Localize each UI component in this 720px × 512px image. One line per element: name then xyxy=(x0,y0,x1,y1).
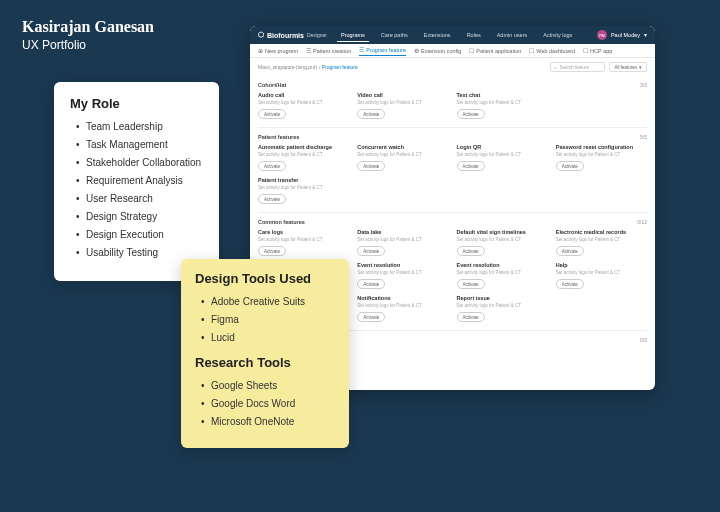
search-input[interactable]: ⌕ Search feature xyxy=(550,62,605,72)
feature-desc: Set activity logs for Patient & CT xyxy=(457,152,548,157)
activate-button[interactable]: Activate xyxy=(556,161,584,171)
user-menu[interactable]: PM Paul Modey ▾ xyxy=(597,30,647,40)
activate-button[interactable]: Activate xyxy=(258,246,286,256)
feature-card: Event resolutionSet activity logs for Pa… xyxy=(457,262,548,289)
subtab-extension-config[interactable]: ⚙Extension config xyxy=(414,46,461,56)
breadcrumb: Mass_singapore (sing,pur) › Program feat… xyxy=(258,64,358,70)
subtab-web-dashboard[interactable]: ☐Web dashboard xyxy=(529,46,575,56)
activate-button[interactable]: Activate xyxy=(357,312,385,322)
section-count: 0/2 xyxy=(640,337,647,343)
search-icon: ⌕ xyxy=(554,65,557,70)
author-name: Kasirajan Ganesan xyxy=(22,18,154,36)
nav-programs[interactable]: Programs xyxy=(337,29,369,42)
feature-card: Audio callSet activity logs for Patient … xyxy=(258,92,349,119)
feature-card: Password reset configurationSet activity… xyxy=(556,144,647,171)
activate-button[interactable]: Activate xyxy=(556,246,584,256)
activate-button[interactable]: Activate xyxy=(556,279,584,289)
portfolio-header: Kasirajan Ganesan UX Portfolio xyxy=(22,18,154,52)
research-tools-list: Google SheetsGoogle Docs WordMicrosoft O… xyxy=(195,380,335,427)
feature-desc: Set activity logs for Patient & CT xyxy=(258,237,349,242)
feature-title: Default vital sign timelines xyxy=(457,229,548,235)
feature-desc: Set activity logs for Patient & CT xyxy=(357,237,448,242)
feature-desc: Set activity logs for Patient & CT xyxy=(258,100,349,105)
feature-card: Default vital sign timelinesSet activity… xyxy=(457,229,548,256)
subtab-icon: ☰ xyxy=(306,48,311,54)
feature-title: Patient transfer xyxy=(258,177,349,183)
feature-card: NotificationsSet activity logs for Patie… xyxy=(357,295,448,322)
my-role-card: My Role Team LeadershipTask ManagementSt… xyxy=(54,82,219,281)
my-role-list: Team LeadershipTask ManagementStakeholde… xyxy=(70,121,203,258)
feature-card: Report issueSet activity logs for Patien… xyxy=(457,295,548,322)
list-item: Google Docs Word xyxy=(201,398,335,409)
section-title: Patient features xyxy=(258,134,299,140)
list-item: Stakeholder Collaboration xyxy=(76,157,203,168)
subtab-program-feature[interactable]: ☰Program feature xyxy=(359,45,406,56)
activate-button[interactable]: Activate xyxy=(357,279,385,289)
activate-button[interactable]: Activate xyxy=(457,279,485,289)
subtab-patient-application[interactable]: ☐Patient application xyxy=(469,46,521,56)
my-role-title: My Role xyxy=(70,96,203,111)
chevron-down-icon: ▾ xyxy=(639,65,642,70)
subtab-icon: ☰ xyxy=(359,47,364,53)
list-item: Figma xyxy=(201,314,335,325)
feature-desc: Set activity logs for Patient & CT xyxy=(457,237,548,242)
section-divider xyxy=(258,127,647,128)
list-item: Google Sheets xyxy=(201,380,335,391)
activate-button[interactable]: Activate xyxy=(357,161,385,171)
feature-desc: Set activity logs for Patient & CT xyxy=(258,185,349,190)
research-tools-title: Research Tools xyxy=(195,355,335,370)
activate-button[interactable]: Activate xyxy=(357,109,385,119)
activate-button[interactable]: Activate xyxy=(258,161,286,171)
feature-card: Text chatSet activity logs for Patient &… xyxy=(457,92,548,119)
list-item: Microsoft OneNote xyxy=(201,416,335,427)
list-item: Adobe Creative Suits xyxy=(201,296,335,307)
list-item: Design Strategy xyxy=(76,211,203,222)
feature-title: Event resolution xyxy=(357,262,448,268)
list-item: Team Leadership xyxy=(76,121,203,132)
brand: ⬡ Biofourmis Designer xyxy=(258,31,327,39)
feature-desc: Set activity logs for Patient & CT xyxy=(357,270,448,275)
nav-activity-logs[interactable]: Activity logs xyxy=(539,29,576,42)
feature-desc: Set activity logs for Patient & CT xyxy=(556,270,647,275)
author-subtitle: UX Portfolio xyxy=(22,38,154,52)
feature-title: Audio call xyxy=(258,92,349,98)
list-item: Task Management xyxy=(76,139,203,150)
section-header: Common features0/12 xyxy=(258,215,647,227)
feature-card: Electronic medical recordsSet activity l… xyxy=(556,229,647,256)
activate-button[interactable]: Activate xyxy=(258,194,286,204)
list-item: Requirement Analysis xyxy=(76,175,203,186)
feature-desc: Set activity logs for Patient & CT xyxy=(556,237,647,242)
activate-button[interactable]: Activate xyxy=(457,246,485,256)
feature-card: Video callSet activity logs for Patient … xyxy=(357,92,448,119)
nav-care-paths[interactable]: Care paths xyxy=(377,29,412,42)
feature-title: Care logs xyxy=(258,229,349,235)
subtab-icon: ☐ xyxy=(529,48,534,54)
filter-dropdown[interactable]: All features ▾ xyxy=(609,62,647,72)
subtab-hcp-app[interactable]: ☐HCP app xyxy=(583,46,612,56)
subtab-icon: ☐ xyxy=(583,48,588,54)
activate-button[interactable]: Activate xyxy=(357,246,385,256)
feature-card: Care logsSet activity logs for Patient &… xyxy=(258,229,349,256)
list-item: Lucid xyxy=(201,332,335,343)
subtab-new-program[interactable]: ⊕New program xyxy=(258,46,298,56)
feature-title: Notifications xyxy=(357,295,448,301)
section-divider xyxy=(258,212,647,213)
chevron-down-icon: ▾ xyxy=(644,32,647,38)
topbar: ⬡ Biofourmis Designer ProgramsCare paths… xyxy=(250,26,655,44)
subtab-icon: ⚙ xyxy=(414,48,419,54)
subtab-patient-creation[interactable]: ☰Patient creation xyxy=(306,46,351,56)
nav-extensions[interactable]: Extensions xyxy=(420,29,455,42)
feature-card: HelpSet activity logs for Patient & CTAc… xyxy=(556,262,647,289)
design-tools-title: Design Tools Used xyxy=(195,271,335,286)
nav-admin-users[interactable]: Admin users xyxy=(493,29,532,42)
section-header: Cohort/Hat3/3 xyxy=(258,78,647,90)
activate-button[interactable]: Activate xyxy=(457,161,485,171)
activate-button[interactable]: Activate xyxy=(457,109,485,119)
activate-button[interactable]: Activate xyxy=(258,109,286,119)
nav-roles[interactable]: Roles xyxy=(463,29,485,42)
subtab-icon: ⊕ xyxy=(258,48,263,54)
feature-desc: Set activity logs for Patient & CT xyxy=(357,303,448,308)
section-title: Cohort/Hat xyxy=(258,82,286,88)
activate-button[interactable]: Activate xyxy=(457,312,485,322)
feature-title: Video call xyxy=(357,92,448,98)
